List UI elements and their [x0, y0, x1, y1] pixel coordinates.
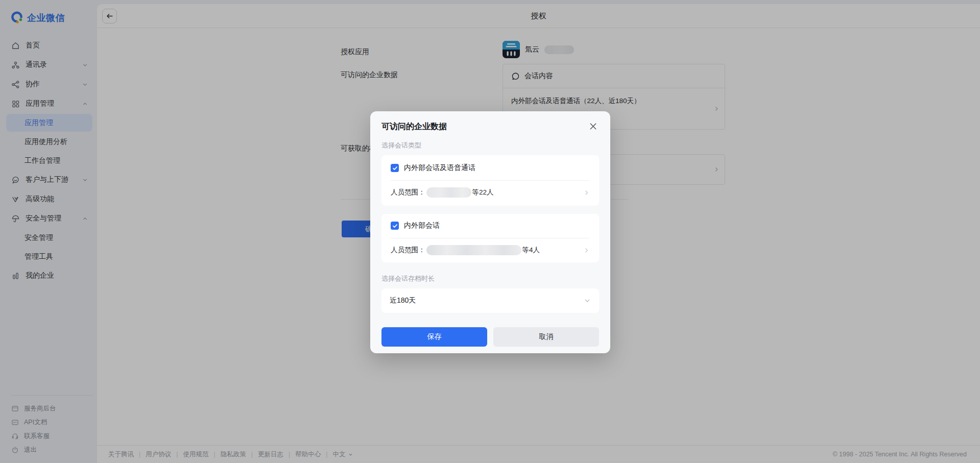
session-type-label: 选择会话类型: [381, 141, 599, 150]
cancel-button[interactable]: 取消: [493, 327, 599, 347]
chevron-down-icon: [584, 297, 591, 304]
option-label: 内外部会话: [404, 221, 440, 230]
modal-title: 可访问的企业数据: [381, 121, 447, 132]
chevron-right-icon: [583, 247, 590, 254]
modal-header: 可访问的企业数据: [381, 121, 599, 132]
enterprise-data-modal: 可访问的企业数据 选择会话类型 内外部会话及语音通话 人员范围： 等22人 内外…: [370, 111, 610, 353]
duration-value: 近180天: [390, 296, 416, 305]
session-option-card: 内外部会话及语音通话 人员范围： 等22人: [381, 155, 599, 206]
redacted-text: [426, 187, 471, 198]
divider: [391, 238, 590, 238]
option-checkbox-row: 内外部会话: [391, 221, 590, 230]
modal-actions: 保存 取消: [381, 327, 599, 347]
duration-label: 选择会话存档时长: [381, 274, 599, 283]
redacted-text: [426, 245, 521, 255]
chevron-right-icon: [583, 189, 590, 196]
session-option-card: 内外部会话 人员范围： 等4人: [381, 214, 599, 262]
duration-select[interactable]: 近180天: [381, 288, 599, 313]
checkbox-checked[interactable]: [391, 164, 399, 172]
member-range-row[interactable]: 人员范围： 等22人: [391, 187, 590, 198]
divider: [391, 180, 590, 181]
member-range-row[interactable]: 人员范围： 等4人: [391, 245, 590, 255]
option-checkbox-row: 内外部会话及语音通话: [391, 163, 590, 173]
save-button[interactable]: 保存: [381, 327, 487, 347]
checkbox-checked[interactable]: [391, 222, 399, 230]
option-label: 内外部会话及语音通话: [404, 163, 475, 173]
close-icon[interactable]: [589, 123, 597, 130]
